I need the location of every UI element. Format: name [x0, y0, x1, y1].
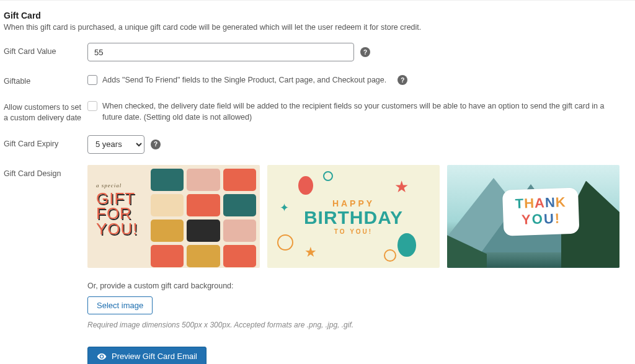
design-option-thank-you[interactable]: THANK YOU!: [447, 165, 619, 268]
image-requirements-hint: Required image dimensions 500px x 300px.…: [87, 321, 631, 329]
design-option-gift-for-you[interactable]: a special GIFT FOR YOU!: [87, 165, 260, 268]
design-decoration: [151, 169, 256, 264]
design-title: GIFT FOR YOU!: [96, 191, 138, 237]
label-gift-card-value: Gift Card Value: [4, 43, 87, 58]
gift-card-expiry-select[interactable]: 5 years: [87, 135, 144, 154]
help-icon[interactable]: ?: [397, 75, 407, 85]
section-description: When this gift card is purchased, a uniq…: [4, 23, 631, 32]
row-gift-card-design: Gift Card Design a special GIFT FOR YOU!: [4, 165, 631, 365]
giftable-description: Adds "Send To Friend" fields to the Sing…: [102, 73, 386, 86]
circle-icon: [384, 249, 396, 262]
design-badge: THANK YOU!: [502, 187, 580, 236]
select-image-button[interactable]: Select image: [87, 296, 153, 314]
circle-icon: [277, 234, 293, 251]
giftable-checkbox[interactable]: [87, 75, 97, 85]
design-text-you: YOU!: [515, 210, 567, 228]
label-giftable: Giftable: [4, 73, 87, 87]
balloon-icon: [298, 176, 313, 195]
design-tagline: a special: [96, 182, 138, 189]
star-icon: ★: [394, 177, 409, 197]
custom-background-label: Or, provide a custom gift card backgroun…: [87, 282, 631, 290]
gift-card-value-input[interactable]: [87, 43, 354, 61]
eye-icon: [97, 352, 107, 362]
design-text-toyou: TO YOU!: [267, 228, 440, 234]
design-options: a special GIFT FOR YOU! ★ ★ ✦ HAPPY: [87, 165, 631, 268]
balloon-icon: [397, 233, 416, 257]
label-custom-delivery-date: Allow customers to set a custom delivery…: [4, 99, 87, 124]
row-custom-delivery-date: Allow customers to set a custom delivery…: [4, 99, 631, 124]
star-icon: ★: [304, 244, 317, 260]
row-giftable: Giftable Adds "Send To Friend" fields to…: [4, 73, 631, 87]
help-icon[interactable]: ?: [360, 47, 370, 57]
gift-card-panel: Gift Card When this gift card is purchas…: [0, 0, 635, 364]
row-gift-card-value: Gift Card Value ?: [4, 43, 631, 61]
section-title: Gift Card: [4, 11, 631, 20]
label-gift-card-expiry: Gift Card Expiry: [4, 135, 87, 150]
design-text-birthday: BIRTHDAY: [267, 206, 440, 228]
preview-gift-card-email-button[interactable]: Preview Gift Card Email: [87, 347, 206, 365]
design-text-thank: THANK: [515, 194, 566, 212]
label-gift-card-design: Gift Card Design: [4, 165, 87, 180]
custom-date-checkbox[interactable]: [87, 101, 97, 111]
design-option-happy-birthday[interactable]: ★ ★ ✦ HAPPY BIRTHDAY TO YOU!: [267, 165, 440, 268]
preview-button-label: Preview Gift Card Email: [112, 352, 197, 361]
help-icon[interactable]: ?: [151, 140, 161, 149]
custom-date-description: When checked, the delivery date field wi…: [102, 99, 617, 124]
circle-icon: [323, 171, 333, 181]
row-gift-card-expiry: Gift Card Expiry 5 years ?: [4, 135, 631, 154]
